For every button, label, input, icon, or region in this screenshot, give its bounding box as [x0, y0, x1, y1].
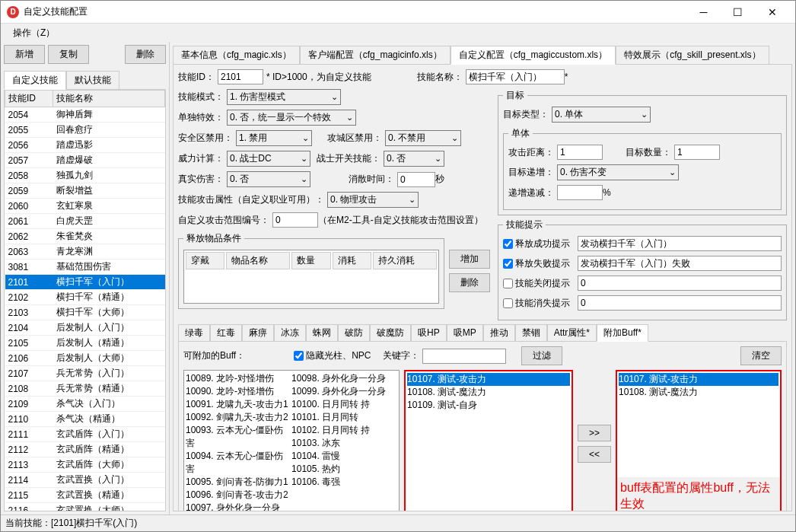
list-item[interactable]: 10095. 剑问青苍-防御力1	[186, 476, 291, 489]
skill-row[interactable]: 2115玄武置换（精通）	[5, 488, 165, 503]
skill-row[interactable]: 2063青龙寒渊	[5, 244, 165, 260]
maximize-button[interactable]: ☐	[721, 2, 755, 23]
buff-tab[interactable]: 蛛网	[306, 324, 338, 342]
dist-input[interactable]	[557, 145, 603, 160]
delete-button[interactable]: 删除	[125, 45, 166, 64]
skill-row[interactable]: 2054御神盾舞	[5, 107, 165, 123]
skill-row[interactable]: 2107兵无常势（入门）	[5, 366, 165, 381]
mode-select[interactable]: 1. 伤害型模式	[227, 89, 341, 105]
skill-row[interactable]: 2059断裂增益	[5, 183, 165, 199]
buff-tab[interactable]: 吸MP	[447, 324, 483, 342]
tab-client[interactable]: 客户端配置（cfg_magicinfo.xls）	[300, 46, 451, 65]
skill-list[interactable]: 技能ID 技能名称 2054御神盾舞2055回春愈疗2056踏虚迅影2057踏虚…	[4, 89, 166, 511]
skill-id-input[interactable]	[218, 69, 263, 84]
chk-hide-npc[interactable]: 隐藏光柱、NPC	[294, 349, 371, 362]
list-item[interactable]: 10108. 测试-魔法力	[619, 386, 778, 399]
list-item[interactable]: 10094. 云本无心-僵卧伤害	[186, 450, 291, 476]
buff-tab[interactable]: 禁锢	[515, 324, 547, 342]
list-item[interactable]: 10093. 云本无心-僵卧伤害	[186, 424, 291, 450]
buff-source-list[interactable]: 10089. 龙吟-对怪增伤10090. 龙吟-对怪增伤10091. 龙啸九天-…	[183, 370, 400, 511]
list-item[interactable]: 10099. 身外化身一分身	[291, 385, 397, 398]
new-button[interactable]: 新增	[4, 45, 45, 64]
buff-tab[interactable]: 破魔防	[370, 324, 411, 342]
target-type-select[interactable]: 0. 单体	[552, 107, 651, 123]
minimize-button[interactable]: ─	[686, 2, 721, 23]
list-item[interactable]: 10109. 测试-自身	[407, 399, 570, 412]
skill-row[interactable]: 2109杀气决（入门）	[5, 397, 165, 412]
effect-select[interactable]: 0. 否，统一显示一个特效	[227, 110, 356, 126]
list-item[interactable]: 10107. 测试-攻击力	[619, 373, 778, 386]
attack-attr-select[interactable]: 0. 物理攻击	[327, 192, 419, 208]
tab-default-skills[interactable]: 默认技能	[66, 71, 119, 90]
chk-close[interactable]: 技能关闭提示	[503, 277, 570, 290]
list-item[interactable]: 10092. 剑啸九天-攻击力2	[186, 411, 291, 424]
skill-row[interactable]: 2061白虎天罡	[5, 214, 165, 229]
skill-row[interactable]: 2106后发制人（大师）	[5, 351, 165, 366]
buff-tab[interactable]: 破防	[338, 324, 370, 342]
siege-select[interactable]: 0. 不禁用	[385, 130, 461, 146]
range-input[interactable]	[272, 212, 318, 228]
count-input[interactable]	[674, 145, 720, 160]
buff-tab[interactable]: 推动	[483, 324, 515, 342]
list-item[interactable]: 10108. 测试-魔法力	[407, 386, 570, 399]
skill-row[interactable]: 2111玄武盾阵（入门）	[5, 427, 165, 442]
buff-tab[interactable]: 吸HP	[411, 324, 447, 342]
skill-row[interactable]: 3081基础范围伤害	[5, 260, 165, 275]
buff-tab[interactable]: 麻痹	[242, 324, 274, 342]
real-select[interactable]: 0. 否	[227, 171, 310, 187]
move-right-button[interactable]: >>	[578, 425, 611, 441]
skill-name-input[interactable]	[466, 69, 565, 84]
list-item[interactable]: 10096. 剑问青苍-攻击力2	[186, 489, 291, 502]
skill-row[interactable]: 2114玄武置换（入门）	[5, 473, 165, 488]
chk-disappear[interactable]: 技能消失提示	[503, 297, 570, 310]
tab-custom[interactable]: 自定义配置（cfg_magiccustom.xls）	[451, 46, 616, 65]
skill-row[interactable]: 2056踏虚迅影	[5, 138, 165, 153]
tab-effect[interactable]: 特效展示（cfg_skill_present.xls）	[616, 46, 769, 65]
list-item[interactable]: 10100. 日月同转 持	[291, 398, 397, 411]
skill-row[interactable]: 2103横扫千军（大师）	[5, 305, 165, 320]
disperse-input[interactable]	[397, 172, 435, 187]
disappear-text[interactable]	[578, 295, 782, 311]
decr-input[interactable]	[557, 185, 603, 200]
list-item[interactable]: 10106. 毒强	[291, 476, 397, 489]
fail-text[interactable]	[578, 256, 782, 271]
skill-row[interactable]: 2057踏虚爆破	[5, 153, 165, 168]
buff-tab[interactable]: 红毒	[210, 324, 242, 342]
list-item[interactable]: 10101. 日月同转	[291, 411, 397, 424]
buff-tab[interactable]: 冰冻	[274, 324, 306, 342]
list-item[interactable]: 10089. 龙吟-对怪增伤	[186, 372, 291, 385]
buff-tab[interactable]: Attr属性*	[547, 324, 597, 342]
move-left-button[interactable]: <<	[578, 446, 611, 463]
skill-row[interactable]: 2060玄虹寒泉	[5, 199, 165, 214]
filter-button[interactable]: 过滤	[521, 346, 562, 365]
tab-custom-skills[interactable]: 自定义技能	[4, 71, 66, 90]
list-item[interactable]: 10104. 雷慢	[291, 450, 397, 463]
list-item[interactable]: 10098. 身外化身一分身	[291, 372, 397, 385]
chk-success[interactable]: 释放成功提示	[503, 237, 570, 250]
clear-button[interactable]: 清空	[740, 346, 782, 365]
close-text[interactable]	[578, 276, 782, 291]
list-item[interactable]: 10090. 龙吟-对怪增伤	[186, 385, 291, 398]
skill-row[interactable]: 2101横扫千军（入门）	[5, 275, 165, 290]
list-item[interactable]: 10102. 日月同转 持	[291, 424, 397, 437]
add-item-button[interactable]: 增加	[449, 250, 490, 269]
buff-applied-list[interactable]: 10107. 测试-攻击力10108. 测试-魔法力	[617, 371, 780, 477]
power-select[interactable]: 0. 战士DC	[227, 151, 310, 167]
list-item[interactable]: 10107. 测试-攻击力	[407, 373, 570, 386]
switch-select[interactable]: 0. 否	[384, 151, 444, 167]
tab-basic[interactable]: 基本信息（cfg_magic.xls）	[173, 46, 300, 65]
buff-selected-middle[interactable]: 10107. 测试-攻击力10108. 测试-魔法力10109. 测试-自身	[404, 370, 573, 511]
list-item[interactable]: 10103. 冰东	[291, 437, 397, 450]
chk-fail[interactable]: 释放失败提示	[503, 257, 570, 270]
skill-row[interactable]: 2058独孤九剑	[5, 168, 165, 183]
incr-select[interactable]: 0. 伤害不变	[557, 164, 679, 180]
list-item[interactable]: 10091. 龙啸九天-攻击力1	[186, 398, 291, 411]
list-item[interactable]: 10105. 热灼	[291, 463, 397, 476]
skill-row[interactable]: 2102横扫千军（精通）	[5, 290, 165, 305]
skill-row[interactable]: 2112玄武盾阵（精通）	[5, 442, 165, 457]
skill-row[interactable]: 2062朱雀梵炎	[5, 229, 165, 244]
copy-button[interactable]: 复制	[48, 45, 89, 64]
skill-row[interactable]: 2108兵无常势（精通）	[5, 381, 165, 397]
buff-tab[interactable]: 附加Buff*	[597, 324, 648, 342]
success-text[interactable]	[578, 236, 782, 251]
